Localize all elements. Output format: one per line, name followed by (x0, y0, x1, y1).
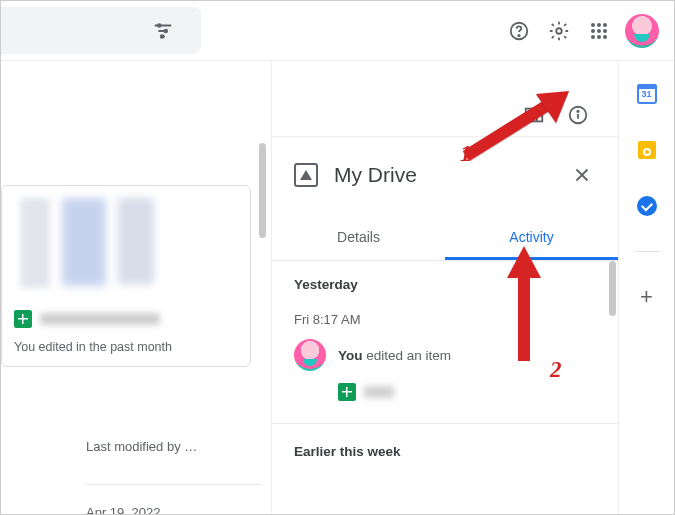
panel-tabs: Details Activity (272, 217, 618, 261)
svg-point-4 (518, 34, 519, 35)
scrollbar-thumb[interactable] (259, 143, 266, 238)
svg-point-8 (603, 23, 607, 27)
column-header-modified: Last modified by … (86, 439, 261, 454)
user-avatar (294, 339, 326, 371)
drive-icon (294, 163, 318, 187)
svg-point-5 (556, 28, 562, 34)
file-name-redacted (364, 386, 394, 398)
svg-point-13 (597, 35, 601, 39)
info-icon[interactable] (560, 97, 596, 133)
top-toolbar (1, 1, 674, 61)
scrollbar-thumb[interactable] (609, 261, 616, 316)
svg-point-1 (164, 29, 167, 32)
close-icon[interactable] (562, 155, 602, 195)
entry-timestamp: Fri 8:17 AM (294, 312, 596, 327)
panel-title: My Drive (334, 163, 562, 187)
add-addon-icon[interactable]: + (636, 286, 658, 308)
svg-point-7 (597, 23, 601, 27)
svg-point-0 (158, 24, 161, 27)
tab-activity[interactable]: Activity (445, 217, 618, 260)
entry-description: You edited an item (338, 348, 451, 363)
svg-point-6 (591, 23, 595, 27)
sheets-icon (14, 310, 32, 328)
calendar-icon[interactable] (636, 83, 658, 105)
suggestions-column: You edited in the past month Last modifi… (1, 61, 271, 514)
tasks-icon[interactable] (636, 195, 658, 217)
svg-point-11 (603, 29, 607, 33)
svg-point-10 (597, 29, 601, 33)
search-filter-area[interactable] (1, 7, 201, 54)
details-panel-column: My Drive Details Activity Yesterday Fri … (271, 61, 619, 514)
file-card[interactable]: You edited in the past month (1, 185, 251, 367)
file-list-meta: Last modified by … Apr 19, 2022 (1, 439, 261, 514)
sheets-icon (338, 383, 356, 401)
tune-icon[interactable] (143, 11, 183, 51)
rail-divider (635, 251, 659, 252)
svg-point-12 (591, 35, 595, 39)
settings-icon[interactable] (539, 11, 579, 51)
section-yesterday: Yesterday (272, 261, 618, 308)
account-avatar[interactable] (625, 14, 659, 48)
svg-point-2 (161, 35, 164, 38)
help-icon[interactable] (499, 11, 539, 51)
tab-details[interactable]: Details (272, 217, 445, 260)
svg-point-9 (591, 29, 595, 33)
svg-point-17 (577, 111, 578, 112)
svg-point-14 (603, 35, 607, 39)
section-earlier: Earlier this week (272, 428, 618, 475)
apps-icon[interactable] (579, 11, 619, 51)
grid-view-icon[interactable] (516, 97, 552, 133)
file-preview (2, 186, 250, 300)
entry-file[interactable] (338, 383, 596, 401)
side-rail: + (619, 61, 674, 514)
keep-icon[interactable] (636, 139, 658, 161)
file-activity-hint: You edited in the past month (2, 340, 250, 366)
file-name-redacted (40, 313, 160, 325)
activity-list: Yesterday Fri 8:17 AM You edited an item (272, 261, 618, 514)
details-panel: My Drive Details Activity Yesterday Fri … (272, 136, 618, 514)
activity-entry: Fri 8:17 AM You edited an item (272, 308, 618, 419)
modified-date: Apr 19, 2022 (86, 505, 261, 514)
